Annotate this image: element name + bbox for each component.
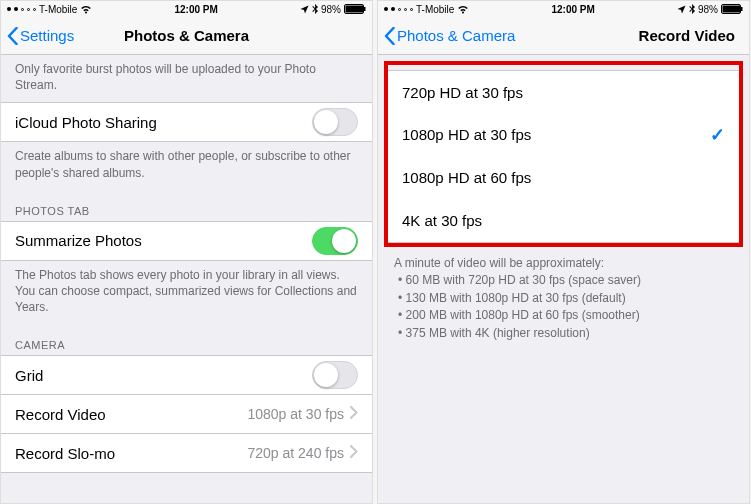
toggle-icloud-sharing[interactable] <box>312 108 358 136</box>
option-label: 1080p HD at 30 fps <box>402 126 531 143</box>
option-4k-30[interactable]: 4K at 30 fps <box>388 199 739 243</box>
cell-label: iCloud Photo Sharing <box>15 114 157 131</box>
chevron-right-icon <box>350 445 358 461</box>
info-line: 375 MB with 4K (higher resolution) <box>398 325 733 342</box>
option-label: 1080p HD at 60 fps <box>402 169 531 186</box>
record-video-content: 720p HD at 30 fps 1080p HD at 30 fps ✓ 1… <box>378 55 749 503</box>
highlight-annotation: 720p HD at 30 fps 1080p HD at 30 fps ✓ 1… <box>384 61 743 247</box>
cell-label: Summarize Photos <box>15 232 142 249</box>
settings-content: Only favorite burst photos will be uploa… <box>1 55 372 503</box>
chevron-left-icon <box>7 27 18 45</box>
bluetooth-icon <box>689 4 695 14</box>
chevron-left-icon <box>384 27 395 45</box>
size-info-block: A minute of video will be approximately:… <box>378 247 749 350</box>
battery-pct-label: 98% <box>698 4 718 15</box>
section-header-camera: CAMERA <box>1 325 372 356</box>
back-button-settings[interactable]: Settings <box>7 27 74 45</box>
screen-record-video: T-Mobile 12:00 PM 98% Photos & Camera Re… <box>377 0 750 504</box>
cell-summarize-photos[interactable]: Summarize Photos <box>1 221 372 261</box>
cell-value: 720p at 240 fps <box>247 445 344 461</box>
info-header: A minute of video will be approximately: <box>394 255 733 272</box>
carrier-label: T-Mobile <box>39 4 77 15</box>
status-bar: T-Mobile 12:00 PM 98% <box>1 1 372 17</box>
option-1080p-30[interactable]: 1080p HD at 30 fps ✓ <box>388 113 739 157</box>
cell-value: 1080p at 30 fps <box>247 406 344 422</box>
cell-label: Record Video <box>15 406 106 423</box>
cell-grid[interactable]: Grid <box>1 355 372 395</box>
option-label: 720p HD at 30 fps <box>402 84 523 101</box>
info-line: 130 MB with 1080p HD at 30 fps (default) <box>398 290 733 307</box>
svg-rect-4 <box>722 6 740 13</box>
toggle-grid[interactable] <box>312 361 358 389</box>
cell-record-slomo[interactable]: Record Slo-mo 720p at 240 fps <box>1 433 372 473</box>
cell-label: Record Slo-mo <box>15 445 115 462</box>
svg-rect-1 <box>345 6 363 13</box>
option-720p-30[interactable]: 720p HD at 30 fps <box>388 70 739 114</box>
battery-pct-label: 98% <box>321 4 341 15</box>
location-icon <box>300 5 309 14</box>
wifi-icon <box>457 5 469 14</box>
info-line: 200 MB with 1080p HD at 60 fps (smoother… <box>398 307 733 324</box>
clock-label: 12:00 PM <box>174 4 217 15</box>
option-1080p-60[interactable]: 1080p HD at 60 fps <box>388 156 739 200</box>
location-icon <box>677 5 686 14</box>
nav-bar: Settings Photos & Camera <box>1 17 372 55</box>
page-title: Photos & Camera <box>124 27 249 44</box>
svg-rect-5 <box>741 7 743 11</box>
page-title: Record Video <box>639 27 735 44</box>
icloud-sharing-note: Create albums to share with other people… <box>1 142 372 190</box>
checkmark-icon: ✓ <box>710 124 725 146</box>
info-line: 60 MB with 720p HD at 30 fps (space save… <box>398 272 733 289</box>
nav-bar: Photos & Camera Record Video <box>378 17 749 55</box>
screen-photos-camera: T-Mobile 12:00 PM 98% Settings Photos & … <box>0 0 373 504</box>
wifi-icon <box>80 5 92 14</box>
toggle-summarize-photos[interactable] <box>312 227 358 255</box>
burst-note: Only favorite burst photos will be uploa… <box>1 55 372 103</box>
svg-rect-2 <box>364 7 366 11</box>
section-header-photos-tab: PHOTOS TAB <box>1 191 372 222</box>
cell-label: Grid <box>15 367 43 384</box>
cell-icloud-photo-sharing[interactable]: iCloud Photo Sharing <box>1 102 372 142</box>
back-button-photos-camera[interactable]: Photos & Camera <box>384 27 515 45</box>
back-label: Photos & Camera <box>397 27 515 44</box>
bluetooth-icon <box>312 4 318 14</box>
summarize-note: The Photos tab shows every photo in your… <box>1 261 372 326</box>
clock-label: 12:00 PM <box>551 4 594 15</box>
battery-icon <box>721 4 743 14</box>
cell-record-video[interactable]: Record Video 1080p at 30 fps <box>1 394 372 434</box>
option-label: 4K at 30 fps <box>402 212 482 229</box>
battery-icon <box>344 4 366 14</box>
back-label: Settings <box>20 27 74 44</box>
status-bar: T-Mobile 12:00 PM 98% <box>378 1 749 17</box>
carrier-label: T-Mobile <box>416 4 454 15</box>
chevron-right-icon <box>350 406 358 422</box>
